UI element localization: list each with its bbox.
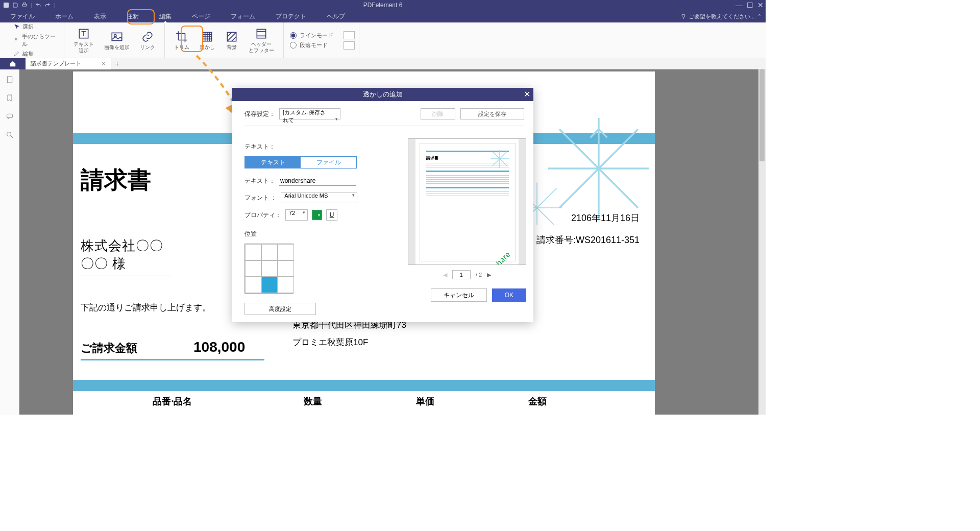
color-picker[interactable] (312, 210, 322, 220)
pos-bl[interactable] (245, 277, 261, 293)
dialog-close-icon[interactable]: ✕ (524, 89, 530, 99)
ribbon-para-mode[interactable]: 段落モード (290, 41, 333, 49)
preview-watermark-text: wondershare (473, 250, 512, 265)
svg-rect-0 (4, 3, 9, 8)
svg-rect-17 (257, 29, 265, 38)
titlebar: | | PDFelement 6 — ☐ ✕ (0, 0, 766, 10)
cancel-button[interactable]: キャンセル (431, 288, 487, 302)
menu-help[interactable]: ヘルプ (316, 10, 355, 22)
svg-text:T: T (81, 29, 86, 38)
ribbon-mode-group: ラインモード 段落モード (284, 22, 339, 58)
pos-tc[interactable] (261, 244, 278, 260)
tab-text[interactable]: テキスト (245, 157, 301, 168)
ribbon-link[interactable]: リンク (135, 22, 160, 58)
svg-point-22 (7, 132, 11, 136)
svg-line-23 (11, 136, 13, 138)
position-grid (244, 244, 293, 294)
save-setting-select[interactable]: [カスタム-保存されて (279, 108, 340, 119)
delete-button[interactable]: 削除 (421, 108, 455, 119)
ok-button[interactable]: OK (492, 288, 526, 302)
ribbon-hand[interactable]: 手のひらツール (13, 32, 60, 49)
doc-amount-value: 108,000 (193, 339, 245, 355)
svg-line-28 (591, 129, 599, 138)
pos-bc[interactable] (261, 277, 278, 293)
doc-table-head-bar (73, 380, 655, 391)
vertical-scrollbar[interactable] (758, 69, 766, 415)
menu-home[interactable]: ホーム (45, 10, 84, 22)
menu-comment[interactable]: 注釈 (116, 10, 149, 22)
pos-tr[interactable] (278, 244, 294, 260)
font-size-select[interactable]: 72 (285, 209, 308, 221)
ribbon-align-icons (339, 22, 359, 58)
print-icon[interactable] (21, 2, 28, 8)
pos-br[interactable] (278, 277, 294, 293)
pos-mr[interactable] (278, 260, 294, 277)
menu-page[interactable]: ページ (182, 10, 220, 22)
preview-page: 請求書 wondershare (420, 143, 516, 261)
save-settings-button[interactable]: 設定を保存 (460, 108, 524, 119)
ribbon-select[interactable]: 選択 (13, 22, 60, 32)
menu-form[interactable]: フォーム (220, 10, 265, 22)
ribbon-edit[interactable]: 編集 (13, 49, 60, 59)
comments-icon[interactable] (6, 112, 14, 120)
search-icon[interactable] (6, 131, 14, 139)
ribbon-text-add[interactable]: Tテキスト 追加 (68, 22, 99, 58)
ribbon-watermark[interactable]: 透かし (194, 22, 220, 58)
align-icon-1[interactable] (344, 31, 355, 39)
prev-page-icon[interactable]: ◀ (443, 272, 447, 278)
close-icon[interactable]: ✕ (757, 1, 764, 9)
document-tab[interactable]: 請求書テンプレート × (26, 58, 111, 69)
scrollbar-thumb[interactable] (760, 69, 765, 161)
tab-add[interactable]: + (111, 60, 124, 68)
next-page-icon[interactable]: ▶ (487, 272, 491, 278)
preview-nav: ◀ / 2 ▶ (408, 270, 526, 279)
redo-icon[interactable] (44, 2, 51, 8)
svg-rect-1 (23, 4, 27, 6)
text-section-label: テキスト： (244, 142, 398, 151)
menu-view[interactable]: 表示 (84, 10, 116, 22)
menu-edit[interactable]: 編集 (149, 10, 182, 22)
undo-icon[interactable] (35, 2, 41, 8)
menu-file[interactable]: ファイル (0, 10, 45, 22)
watermark-dialog: 透かしの追加 ✕ 削除 設定を保存 保存設定： [カスタム-保存されて テキスト… (232, 88, 533, 322)
svg-line-29 (599, 129, 607, 138)
save-icon[interactable] (12, 2, 18, 8)
minimize-icon[interactable]: — (736, 1, 743, 9)
svg-line-32 (532, 188, 557, 225)
font-label: フォント ： (244, 194, 277, 202)
svg-rect-21 (7, 114, 12, 117)
advanced-settings-button[interactable]: 高度設定 (244, 303, 316, 315)
pos-tl[interactable] (245, 244, 261, 260)
app-title: PDFelement 6 (363, 2, 403, 9)
watermark-text-input[interactable] (279, 176, 356, 186)
tab-home[interactable] (0, 58, 26, 69)
save-setting-label: 保存設定： (244, 110, 275, 118)
separator: | (31, 2, 32, 8)
ribbon-header-footer[interactable]: ヘッダー とフッター (243, 22, 279, 58)
bookmarks-icon[interactable] (6, 94, 14, 102)
pos-ml[interactable] (245, 260, 261, 277)
request-label[interactable]: ご要望を教えてください... (689, 13, 755, 20)
source-tabs: テキスト ファイル (244, 156, 357, 168)
app-logo-icon (3, 2, 9, 8)
font-select[interactable]: Arial Unicode MS (281, 192, 357, 203)
ribbon-image-add[interactable]: 画像を追加 (99, 22, 135, 58)
thumbnails-icon[interactable] (6, 76, 14, 84)
doc-table-heads: 品番·品名 数量 単価 金額 (73, 395, 655, 407)
underline-button[interactable]: U (326, 209, 337, 221)
doc-company-underline (81, 276, 173, 276)
align-icon-2[interactable] (344, 41, 355, 50)
preview-frame: 請求書 wondershare (408, 138, 526, 265)
ribbon-line-mode[interactable]: ラインモード (290, 32, 333, 39)
maximize-icon[interactable]: ☐ (747, 1, 753, 9)
ribbon-background[interactable]: 背景 (220, 22, 243, 58)
ribbon-trim[interactable]: トリム (169, 22, 194, 58)
collapse-ribbon-icon[interactable]: ⌃ (757, 13, 762, 20)
pos-mc[interactable] (261, 260, 278, 277)
tab-close-icon[interactable]: × (102, 60, 106, 67)
tab-file[interactable]: ファイル (301, 157, 356, 168)
text-label: テキスト： (244, 177, 275, 185)
menu-protect[interactable]: プロテクト (265, 10, 316, 22)
preview-page-input[interactable] (452, 270, 471, 279)
ribbon: 選択 手のひらツール 編集 Tテキスト 追加 画像を追加 リンク トリム 透かし… (0, 22, 766, 58)
